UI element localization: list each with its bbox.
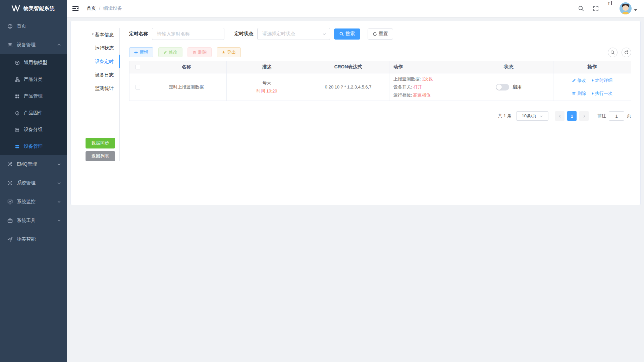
sidebar-collapse-button[interactable]: [67, 0, 84, 17]
chevron-down-icon: [57, 219, 61, 223]
row-timer-detail-label: 定时详细: [595, 77, 612, 83]
plus-icon: [134, 51, 138, 54]
goto-page-input[interactable]: [609, 111, 624, 121]
layers-icon: [7, 42, 13, 48]
refresh-table-button[interactable]: [622, 48, 631, 57]
search-button-label: 搜索: [345, 31, 355, 37]
timer-status-select[interactable]: 请选择定时状态: [257, 28, 330, 40]
search-button[interactable]: 搜索: [334, 28, 360, 40]
tab-run-status[interactable]: 运行状态: [71, 41, 120, 55]
row-run-once-link[interactable]: 执行一次: [592, 90, 612, 97]
cell-actions: 上报监测数据:1次数 设备开关:打开 运行档位:高速档位: [389, 73, 464, 101]
toggle-search-button[interactable]: [608, 48, 618, 57]
data-sync-button[interactable]: 数据同步: [86, 138, 115, 148]
header-search-button[interactable]: [575, 0, 587, 17]
page-size-select[interactable]: 10条/页: [516, 111, 548, 121]
table-header-row: 名称 描述 CRON表达式 动作 状态 操作: [129, 61, 631, 73]
select-placeholder: 请选择定时状态: [262, 31, 295, 37]
header-ops: 操作: [553, 61, 631, 73]
server-stack-icon: [15, 127, 20, 132]
back-to-list-button[interactable]: 返回列表: [86, 151, 115, 161]
sidebar-item-device-group[interactable]: 设备分组: [0, 121, 67, 138]
timer-name-input[interactable]: [152, 28, 224, 40]
action-label: 上报监测数据:: [393, 76, 421, 81]
breadcrumb: 首页 / 编辑设备: [87, 5, 122, 11]
timer-table: 名称 描述 CRON表达式 动作 状态 操作 定时上报监测数据 每天 时间 10…: [129, 61, 631, 101]
edit-button[interactable]: 修改: [158, 47, 182, 57]
search-icon: [610, 50, 615, 55]
status-toggle[interactable]: [496, 84, 509, 90]
filter-form: 定时名称 定时状态 请选择定时状态 搜索 重置: [129, 28, 631, 40]
sitemap-icon: [15, 77, 20, 82]
hamburger-icon: [72, 6, 78, 11]
tab-label: 设备日志: [95, 72, 114, 77]
next-page-button[interactable]: [579, 111, 589, 121]
device-detail-tabs: *基本信息 运行状态 设备定时 设备日志 监测统计: [71, 28, 120, 95]
tab-label: 设备定时: [95, 59, 114, 64]
timer-status-label: 定时状态: [234, 31, 253, 37]
sidebar-item-label: 产品固件: [24, 110, 63, 116]
sidebar-item-system-tools[interactable]: 系统工具: [0, 211, 67, 230]
fullscreen-button[interactable]: [590, 0, 601, 17]
tab-device-timer[interactable]: 设备定时: [71, 55, 120, 68]
pencil-icon: [163, 51, 167, 54]
timer-name-label: 定时名称: [129, 31, 148, 37]
delete-button-label: 删除: [198, 49, 207, 55]
sidebar-item-thing-model[interactable]: 通用物模型: [0, 54, 67, 71]
font-size-button[interactable]: TT: [605, 0, 616, 17]
sidebar-item-product-firmware[interactable]: 产品固件: [0, 105, 67, 121]
sidebar-item-emq[interactable]: EMQ管理: [0, 155, 67, 174]
row-checkbox[interactable]: [136, 85, 140, 89]
sidebar-item-device-list[interactable]: 设备管理: [0, 138, 67, 155]
tab-label: 基本信息: [95, 32, 114, 37]
dashboard-icon: [7, 23, 13, 29]
toolbar-right: [608, 48, 631, 57]
breadcrumb-current: 编辑设备: [103, 5, 122, 11]
sidebar-item-device-mgmt[interactable]: 设备管理: [0, 36, 67, 54]
timer-pane: 定时名称 定时状态 请选择定时状态 搜索 重置: [129, 21, 631, 121]
export-button[interactable]: 导出: [217, 47, 241, 57]
add-button[interactable]: 新增: [129, 47, 153, 57]
sidebar-item-wumei-smart[interactable]: 物美智能: [0, 230, 67, 249]
chevron-down-icon: [539, 114, 543, 118]
sidebar-item-system-monitor[interactable]: 系统监控: [0, 192, 67, 211]
row-run-once-label: 执行一次: [595, 90, 612, 97]
breadcrumb-home[interactable]: 首页: [87, 5, 96, 11]
chevron-down-icon: [57, 181, 61, 185]
user-menu[interactable]: [620, 2, 637, 14]
sidebar-item-product-mgmt[interactable]: 产品管理: [0, 88, 67, 105]
row-delete-link[interactable]: 删除: [572, 90, 586, 97]
sidebar-item-system-mgmt[interactable]: 系统管理: [0, 174, 67, 192]
search-icon: [578, 6, 584, 11]
tab-basic-info[interactable]: *基本信息: [71, 28, 120, 41]
chevron-down-icon: [57, 200, 61, 204]
tab-device-log[interactable]: 设备日志: [71, 68, 120, 81]
row-timer-detail-link[interactable]: 定时详细: [592, 77, 612, 83]
cell-status: 启用: [464, 73, 553, 101]
caret-right-icon: [592, 92, 594, 95]
tab-monitor-stats[interactable]: 监测统计: [71, 81, 120, 95]
toolbox-icon: [7, 218, 13, 223]
row-edit-link[interactable]: 修改: [572, 77, 586, 83]
header-cron: CRON表达式: [307, 61, 389, 73]
refresh-icon: [624, 50, 629, 55]
prev-page-button[interactable]: [555, 111, 565, 121]
sidebar-item-label: 产品分类: [24, 76, 63, 82]
reset-button[interactable]: 重置: [368, 28, 393, 40]
sidebar-item-product-category[interactable]: 产品分类: [0, 71, 67, 88]
table-row: 定时上报监测数据 每天 时间 10:20 0 20 10 ? * 1,2,3,4…: [129, 73, 631, 101]
sidebar-item-home[interactable]: 首页: [0, 17, 67, 36]
action-line: 运行档位:高速档位: [393, 92, 431, 98]
page-number-button[interactable]: 1: [567, 111, 577, 121]
select-all-checkbox[interactable]: [136, 65, 140, 69]
navbar-right: TT: [575, 0, 644, 17]
app-logo[interactable]: 物美智能系统: [0, 0, 67, 17]
header-name: 名称: [146, 61, 227, 73]
chevron-up-icon: [57, 43, 61, 47]
row-edit-label: 修改: [577, 77, 586, 83]
action-line: 设备开关:打开: [393, 84, 422, 90]
tab-label: 运行状态: [95, 45, 114, 51]
action-line: 上报监测数据:1次数: [393, 76, 433, 82]
delete-button[interactable]: 删除: [187, 47, 212, 57]
tabs-divider: [119, 28, 120, 161]
